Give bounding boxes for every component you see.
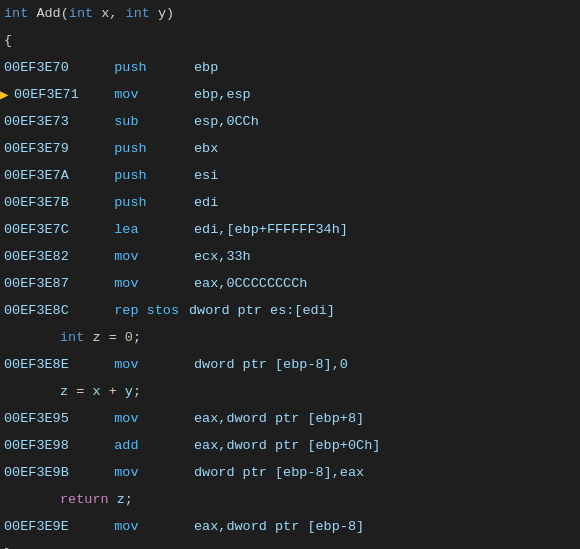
- address: 00EF3E82: [4, 249, 94, 264]
- operand: ecx,33h: [174, 249, 251, 264]
- mnemonic: mov: [94, 249, 174, 264]
- mnemonic: push: [94, 168, 174, 183]
- operand: ebp: [174, 60, 218, 75]
- address: 00EF3E7C: [4, 222, 94, 237]
- mnemonic: push: [94, 60, 174, 75]
- address: 00EF3E87: [4, 276, 94, 291]
- src-line-int-z: int z = 0;: [0, 324, 580, 351]
- asm-line-00EF3E8C: 00EF3E8C rep stos dword ptr es:[edi]: [0, 297, 580, 324]
- keyword-return: return: [60, 492, 109, 507]
- operand: edi: [174, 195, 218, 210]
- mnemonic: lea: [94, 222, 174, 237]
- address: 00EF3E8C: [4, 303, 94, 318]
- src-text: z: [84, 330, 108, 345]
- asm-line-00EF3E70: 00EF3E70 push ebp: [0, 54, 580, 81]
- operand: dword ptr [ebp-8],eax: [174, 465, 364, 480]
- operand: esi: [174, 168, 218, 183]
- address: 00EF3E98: [4, 438, 94, 453]
- asm-line-00EF3E79: 00EF3E79 push ebx: [0, 135, 580, 162]
- asm-line-00EF3E87: 00EF3E87 mov eax,0CCCCCCCCh: [0, 270, 580, 297]
- mnemonic: mov: [94, 519, 174, 534]
- operand: eax,0CCCCCCCCh: [174, 276, 307, 291]
- var-y: y: [125, 384, 133, 399]
- address: 00EF3E79: [4, 141, 94, 156]
- mnemonic: push: [94, 195, 174, 210]
- function-signature-line: int Add(int x, int y): [0, 0, 580, 27]
- operand: ebp,esp: [174, 87, 251, 102]
- address: 00EF3E7A: [4, 168, 94, 183]
- asm-line-00EF3E82: 00EF3E82 mov ecx,33h: [0, 243, 580, 270]
- var-z: z: [60, 384, 68, 399]
- address: 00EF3E95: [4, 411, 94, 426]
- address: 00EF3E70: [4, 60, 94, 75]
- mnemonic: mov: [94, 465, 174, 480]
- asm-line-00EF3E73: 00EF3E73 sub esp,0CCh: [0, 108, 580, 135]
- mnemonic: rep stos: [94, 303, 179, 318]
- mnemonic: push: [94, 141, 174, 156]
- address: 00EF3E9B: [4, 465, 94, 480]
- mnemonic: add: [94, 438, 174, 453]
- operand: eax,dword ptr [ebp-8]: [174, 519, 364, 534]
- asm-line-00EF3E7C: 00EF3E7C lea edi,[ebp+FFFFFF34h]: [0, 216, 580, 243]
- var-z-return: z: [117, 492, 125, 507]
- mnemonic: sub: [94, 114, 174, 129]
- address: 00EF3E73: [4, 114, 94, 129]
- mnemonic: mov: [94, 87, 174, 102]
- operand: eax,dword ptr [ebp+0Ch]: [174, 438, 380, 453]
- keyword-int: int: [60, 330, 84, 345]
- mnemonic: mov: [94, 276, 174, 291]
- asm-line-00EF3E9B: 00EF3E9B mov dword ptr [ebp-8],eax: [0, 459, 580, 486]
- literal-zero: 0: [125, 330, 133, 345]
- address: 00EF3E8E: [4, 357, 94, 372]
- operand: dword ptr [ebp-8],0: [174, 357, 348, 372]
- operand: eax,dword ptr [ebp+8]: [174, 411, 364, 426]
- asm-line-00EF3E98: 00EF3E98 add eax,dword ptr [ebp+0Ch]: [0, 432, 580, 459]
- address: 00EF3E9E: [4, 519, 94, 534]
- var-x: x: [92, 384, 100, 399]
- close-brace-line: }: [0, 540, 580, 549]
- current-line-arrow: ▶: [0, 86, 8, 103]
- asm-line-00EF3E9E: 00EF3E9E mov eax,dword ptr [ebp-8]: [0, 513, 580, 540]
- operand: esp,0CCh: [174, 114, 259, 129]
- asm-line-00EF3E7A: 00EF3E7A push esi: [0, 162, 580, 189]
- disassembly-view: int Add(int x, int y) { 00EF3E70 push eb…: [0, 0, 580, 549]
- address: 00EF3E7B: [4, 195, 94, 210]
- mnemonic: mov: [94, 357, 174, 372]
- asm-line-00EF3E7B: 00EF3E7B push edi: [0, 189, 580, 216]
- operand: dword ptr es:[edi]: [179, 303, 335, 318]
- open-brace-line: {: [0, 27, 580, 54]
- operand: edi,[ebp+FFFFFF34h]: [174, 222, 348, 237]
- asm-line-00EF3E71: ▶ 00EF3E71 mov ebp,esp: [0, 81, 580, 108]
- function-signature-text: int Add(int x, int y): [4, 6, 174, 21]
- asm-line-00EF3E8E: 00EF3E8E mov dword ptr [ebp-8],0: [0, 351, 580, 378]
- src-line-return: return z;: [0, 486, 580, 513]
- src-line-z-assign: z = x + y;: [0, 378, 580, 405]
- mnemonic: mov: [94, 411, 174, 426]
- asm-line-00EF3E95: 00EF3E95 mov eax,dword ptr [ebp+8]: [0, 405, 580, 432]
- address: 00EF3E71: [4, 87, 94, 102]
- operand: ebx: [174, 141, 218, 156]
- open-brace: {: [4, 33, 12, 48]
